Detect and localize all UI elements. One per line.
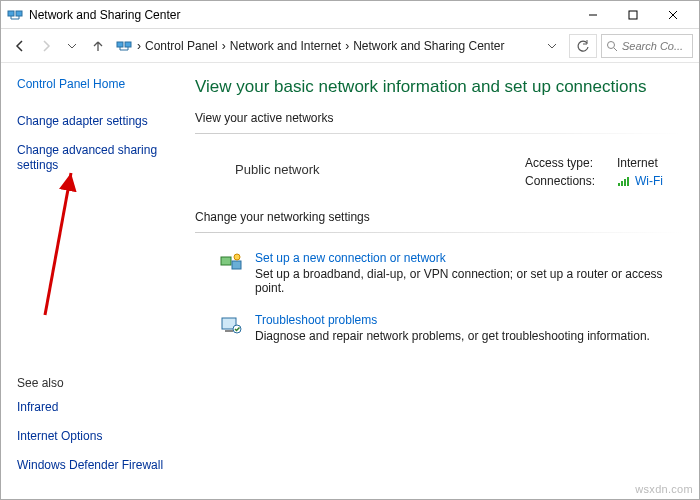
svg-rect-6 xyxy=(117,42,123,47)
watermark: wsxdn.com xyxy=(635,483,693,495)
svg-rect-14 xyxy=(627,177,629,186)
svg-line-9 xyxy=(614,48,617,51)
nav-bar: › Control Panel › Network and Internet ›… xyxy=(1,29,699,63)
maximize-button[interactable] xyxy=(613,1,653,29)
see-also-heading: See also xyxy=(17,376,177,390)
svg-line-10 xyxy=(45,173,71,315)
settings-item-setup-connection: Set up a new connection or network Set u… xyxy=(219,251,673,295)
sidebar: Control Panel Home Change adapter settin… xyxy=(1,63,195,499)
active-network-row: Public network Access type: Internet Con… xyxy=(195,144,681,210)
settings-list: Set up a new connection or network Set u… xyxy=(195,243,681,343)
svg-rect-19 xyxy=(225,330,233,332)
svg-rect-16 xyxy=(232,261,241,269)
minimize-button[interactable] xyxy=(573,1,613,29)
page-heading: View your basic network information and … xyxy=(195,77,681,97)
svg-rect-13 xyxy=(624,179,626,186)
svg-rect-3 xyxy=(629,11,637,19)
troubleshoot-icon xyxy=(219,313,243,337)
connections-label: Connections: xyxy=(525,174,617,188)
svg-rect-0 xyxy=(8,11,14,16)
history-dropdown[interactable] xyxy=(539,32,565,60)
setup-connection-icon xyxy=(219,251,243,275)
refresh-button[interactable] xyxy=(569,34,597,58)
connection-name: Wi-Fi xyxy=(635,174,663,188)
network-center-icon xyxy=(7,7,23,23)
main-panel: View your basic network information and … xyxy=(195,63,699,499)
search-placeholder: Search Co... xyxy=(622,40,683,52)
troubleshoot-link[interactable]: Troubleshoot problems xyxy=(255,313,650,327)
chevron-right-icon[interactable]: › xyxy=(137,39,141,53)
setup-connection-desc: Set up a broadband, dial-up, or VPN conn… xyxy=(255,267,673,295)
connection-info: Access type: Internet Connections: Wi-Fi xyxy=(525,156,673,192)
network-name: Public network xyxy=(235,156,320,177)
see-also-section: See also Infrared Internet Options Windo… xyxy=(17,376,177,487)
svg-point-17 xyxy=(234,254,240,260)
up-button[interactable] xyxy=(85,32,111,60)
title-bar: Network and Sharing Center xyxy=(1,1,699,29)
svg-rect-12 xyxy=(621,181,623,186)
search-input[interactable]: Search Co... xyxy=(601,34,693,58)
chevron-right-icon[interactable]: › xyxy=(222,39,226,53)
breadcrumb-item[interactable]: Network and Sharing Center xyxy=(353,39,504,53)
sidebar-control-panel-home[interactable]: Control Panel Home xyxy=(17,77,183,92)
search-icon xyxy=(606,40,618,52)
svg-point-8 xyxy=(608,41,615,48)
svg-rect-15 xyxy=(221,257,231,265)
annotation-arrow xyxy=(37,165,117,325)
chevron-right-icon[interactable]: › xyxy=(345,39,349,53)
sidebar-change-advanced-sharing-settings[interactable]: Change advanced sharing settings xyxy=(17,143,183,173)
see-also-internet-options[interactable]: Internet Options xyxy=(17,429,177,444)
connection-link[interactable]: Wi-Fi xyxy=(617,174,663,188)
divider xyxy=(195,232,681,233)
active-networks-heading: View your active networks xyxy=(195,111,681,125)
setup-connection-link[interactable]: Set up a new connection or network xyxy=(255,251,673,265)
change-settings-heading: Change your networking settings xyxy=(195,210,681,224)
svg-rect-7 xyxy=(125,42,131,47)
body: Control Panel Home Change adapter settin… xyxy=(1,63,699,499)
close-button[interactable] xyxy=(653,1,693,29)
window-title: Network and Sharing Center xyxy=(29,8,573,22)
recent-dropdown[interactable] xyxy=(59,32,85,60)
troubleshoot-desc: Diagnose and repair network problems, or… xyxy=(255,329,650,343)
see-also-windows-defender-firewall[interactable]: Windows Defender Firewall xyxy=(17,458,177,473)
sidebar-change-adapter-settings[interactable]: Change adapter settings xyxy=(17,114,183,129)
forward-button[interactable] xyxy=(33,32,59,60)
breadcrumb[interactable]: › Control Panel › Network and Internet ›… xyxy=(111,34,539,58)
see-also-infrared[interactable]: Infrared xyxy=(17,400,177,415)
access-type-label: Access type: xyxy=(525,156,617,170)
svg-rect-11 xyxy=(618,183,620,186)
access-type-value: Internet xyxy=(617,156,658,170)
breadcrumb-item[interactable]: Control Panel xyxy=(145,39,218,53)
back-button[interactable] xyxy=(7,32,33,60)
svg-rect-1 xyxy=(16,11,22,16)
divider xyxy=(195,133,681,134)
settings-item-troubleshoot: Troubleshoot problems Diagnose and repai… xyxy=(219,313,673,343)
network-center-icon xyxy=(115,37,133,55)
wifi-signal-icon xyxy=(617,175,631,187)
breadcrumb-item[interactable]: Network and Internet xyxy=(230,39,341,53)
